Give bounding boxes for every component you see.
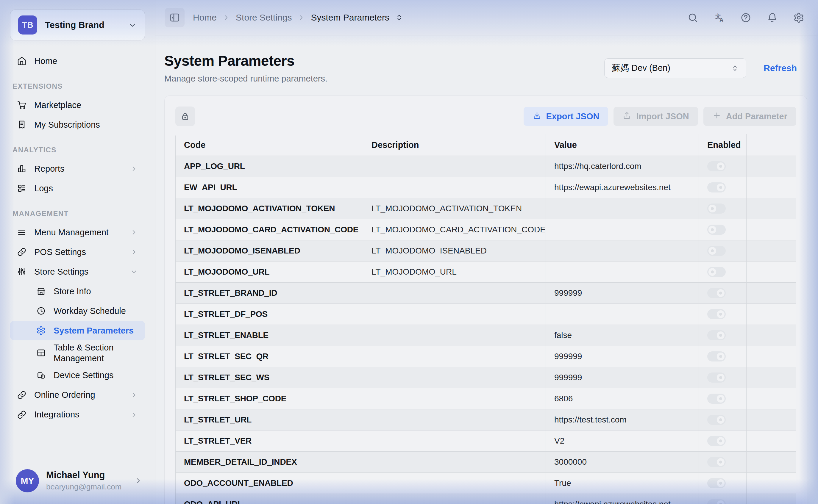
sidebar-item-label: Online Ordering [34, 389, 95, 400]
enabled-toggle[interactable] [707, 288, 726, 298]
breadcrumb-store-settings[interactable]: Store Settings [236, 12, 292, 23]
table-row: ODO_API_URLhttps://ewapi.azurewebsites.n… [176, 494, 796, 504]
cell-code: APP_LOG_URL [176, 156, 363, 177]
cart-icon [17, 100, 26, 110]
cell-enabled [699, 177, 747, 198]
enabled-toggle[interactable] [707, 267, 726, 277]
translate-icon[interactable]: 文A [714, 12, 725, 23]
add-parameter-button[interactable]: Add Parameter [703, 107, 796, 126]
sidebar-item-home[interactable]: Home [10, 51, 145, 71]
sidebar-item-label: My Subscriptions [34, 119, 100, 130]
table-body: APP_LOG_URLhttps://hq.caterlord.comEW_AP… [176, 156, 796, 504]
sidebar-item-device-settings[interactable]: Device Settings [10, 366, 145, 385]
sidebar-item-label: Menu Management [34, 227, 109, 238]
chevrons-up-down-icon[interactable] [395, 14, 403, 21]
sidebar-item-store-info[interactable]: Store Info [10, 281, 145, 301]
enabled-toggle[interactable] [707, 225, 726, 235]
enabled-toggle[interactable] [707, 204, 726, 214]
sidebar-item-reports[interactable]: Reports [10, 159, 145, 179]
enabled-toggle[interactable] [707, 394, 726, 404]
enabled-toggle[interactable] [707, 309, 726, 319]
sidebar-item-marketplace[interactable]: Marketplace [10, 95, 145, 115]
chevron-down-icon [128, 21, 137, 29]
table-row: LT_STRLET_URLhttps://test.test.com [176, 409, 796, 431]
table-row: ODO_ACCOUNT_ENABLEDTrue [176, 473, 796, 494]
cell-value [546, 262, 699, 283]
user-menu[interactable]: MY Michael Yung bearyung@gmail.com [0, 457, 155, 504]
link-icon [17, 390, 26, 400]
settings-icon[interactable] [793, 12, 804, 23]
cell-value: 6806 [546, 388, 699, 409]
cell-description [363, 452, 546, 473]
table-wrap: CodeDescriptionValueEnabled APP_LOG_URLh… [175, 134, 796, 504]
enabled-toggle[interactable] [707, 182, 726, 192]
breadcrumb-current: System Parameters [311, 12, 389, 23]
sliders-icon [17, 267, 26, 276]
column-header-enabled: Enabled [699, 134, 747, 156]
refresh-button[interactable]: Refresh [764, 63, 797, 73]
topbar: Home Store Settings System Parameters 文A [155, 0, 818, 35]
cell-description [363, 367, 546, 388]
cell-actions [747, 262, 796, 283]
enabled-toggle[interactable] [707, 499, 726, 504]
sidebar-item-label: Device Settings [54, 370, 114, 381]
plus-icon [712, 111, 721, 122]
cell-code: LT_STRLET_BRAND_ID [176, 283, 363, 304]
cell-value: 3000000 [546, 452, 699, 473]
cell-enabled [699, 409, 747, 431]
enabled-toggle[interactable] [707, 161, 726, 171]
sidebar-item-system-parameters[interactable]: System Parameters [10, 321, 145, 340]
cell-code: LT_STRLET_SEC_QR [176, 346, 363, 367]
bell-icon[interactable] [767, 12, 778, 23]
sidebar-item-workday-schedule[interactable]: Workday Schedule [10, 301, 145, 321]
sidebar-toggle-button[interactable] [165, 8, 184, 27]
sidebar-item-online-ordering[interactable]: Online Ordering [10, 385, 145, 405]
cell-enabled [699, 431, 747, 452]
cell-value: True [546, 473, 699, 494]
store-selector[interactable]: 蘇媽 Dev (Ben) [604, 58, 746, 78]
sidebar-item-logs[interactable]: Logs [10, 179, 145, 198]
sidebar-item-label: Workday Schedule [54, 306, 126, 316]
cell-description: LT_MOJODOMO_URL [363, 262, 546, 283]
cell-value: 999999 [546, 283, 699, 304]
sidebar-item-pos-settings[interactable]: POS Settings [10, 242, 145, 262]
enabled-toggle[interactable] [707, 330, 726, 340]
upload-icon [623, 111, 631, 122]
sidebar-item-store-settings[interactable]: Store Settings [10, 262, 145, 281]
page-header-text: System Parameters Manage store-scoped ru… [164, 53, 327, 84]
breadcrumb-home[interactable]: Home [193, 12, 217, 23]
sidebar-item-my-subscriptions[interactable]: My Subscriptions [10, 115, 145, 134]
sidebar-item-label: System Parameters [54, 325, 134, 336]
lock-button[interactable] [175, 107, 195, 126]
column-header-description: Description [363, 134, 546, 156]
cell-enabled [699, 452, 747, 473]
cell-value: 999999 [546, 367, 699, 388]
cell-enabled [699, 283, 747, 304]
sidebar-item-table-and-section-management[interactable]: Table & Section Management [10, 340, 145, 366]
brand-switcher[interactable]: TB Testing Brand [10, 10, 145, 40]
cell-code: EW_API_URL [176, 177, 363, 198]
cell-description [363, 325, 546, 346]
sidebar-item-integrations[interactable]: Integrations [10, 405, 145, 425]
sidebar-item-label: Logs [34, 183, 53, 194]
enabled-toggle[interactable] [707, 457, 726, 467]
import-json-button[interactable]: Import JSON [614, 107, 698, 126]
store-selector-value: 蘇媽 Dev (Ben) [612, 62, 670, 74]
cell-enabled [699, 240, 747, 262]
search-icon[interactable] [687, 12, 698, 23]
export-json-button[interactable]: Export JSON [524, 107, 609, 126]
gear-icon [36, 326, 46, 335]
enabled-toggle[interactable] [707, 436, 726, 446]
enabled-toggle[interactable] [707, 415, 726, 425]
enabled-toggle[interactable] [707, 351, 726, 361]
table-row: MEMBER_DETAIL_ID_INDEX3000000 [176, 452, 796, 473]
enabled-toggle[interactable] [707, 478, 726, 488]
cell-description [363, 409, 546, 431]
sidebar-item-menu-management[interactable]: Menu Management [10, 223, 145, 242]
enabled-toggle[interactable] [707, 372, 726, 383]
cell-enabled [699, 262, 747, 283]
enabled-toggle[interactable] [707, 246, 726, 256]
help-icon[interactable] [740, 12, 751, 23]
cell-enabled [699, 198, 747, 219]
cell-value: https://ewapi.azurewebsites.net [546, 494, 699, 504]
